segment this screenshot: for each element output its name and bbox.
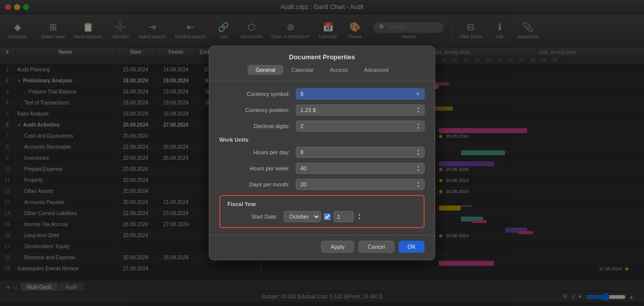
modal-overlay: Document Properties General Calendar Acc… (0, 0, 644, 306)
currency-symbol-control[interactable]: $ ▼ (296, 88, 425, 99)
modal-tab-advanced[interactable]: Advanced (356, 65, 396, 75)
days-per-month-value: 20 (300, 181, 306, 187)
hours-per-day-spinner[interactable]: ▲ ▼ (417, 148, 420, 156)
hours-per-week-spinner[interactable]: ▲ ▼ (417, 164, 420, 172)
work-units-section: Work Units (219, 137, 425, 143)
days-per-month-spinner[interactable]: ▲ ▼ (417, 180, 420, 188)
hours-per-day-row: Hours per day: 8 ▲ ▼ (219, 147, 425, 158)
fiscal-day-input[interactable] (334, 211, 354, 222)
fiscal-start-date-row: Start Date: October ▲ ▼ (227, 211, 417, 222)
fiscal-month-select[interactable]: October (284, 211, 321, 222)
currency-position-label: Currency position: (219, 107, 290, 113)
modal-title: Document Properties (209, 46, 435, 65)
hours-per-week-row: Hours per week: 40 ▲ ▼ (219, 163, 425, 174)
cancel-button[interactable]: Cancel (358, 241, 394, 253)
hours-per-week-value: 40 (300, 165, 306, 171)
currency-symbol-label: Currency symbol: (219, 91, 290, 97)
document-properties-modal: Document Properties General Calendar Acc… (209, 46, 435, 260)
decimal-digits-value: 2 (300, 123, 303, 129)
spinner-down[interactable]: ▼ (417, 110, 420, 114)
decimal-digits-label: Decimal digits: (219, 123, 290, 129)
hours-per-day-control[interactable]: 8 ▲ ▼ (296, 147, 425, 158)
spinner-up[interactable]: ▲ (417, 148, 420, 152)
spinner-up[interactable]: ▲ (417, 122, 420, 126)
modal-footer: Apply Cancel OK (209, 235, 435, 260)
spinner-down[interactable]: ▼ (417, 184, 420, 188)
spinner-up[interactable]: ▲ (417, 180, 420, 184)
fiscal-day-spinner[interactable]: ▲ ▼ (358, 213, 361, 220)
spinner-up[interactable]: ▲ (358, 213, 361, 217)
currency-symbol-value: $ (300, 91, 303, 97)
spinner-down[interactable]: ▼ (417, 152, 420, 156)
spinner-up[interactable]: ▲ (417, 164, 420, 168)
hours-per-day-value: 8 (300, 149, 303, 155)
fiscal-controls: October ▲ ▼ (284, 211, 361, 222)
hours-per-week-control[interactable]: 40 ▲ ▼ (296, 163, 425, 174)
spinner-down[interactable]: ▼ (417, 168, 420, 172)
currency-dropdown-arrow: ▼ (416, 91, 420, 96)
spinner-down[interactable]: ▼ (417, 126, 420, 130)
currency-position-control[interactable]: 1.23 $ ▲ ▼ (296, 105, 425, 116)
modal-body: Currency symbol: $ ▼ Currency position: … (209, 81, 435, 235)
currency-position-row: Currency position: 1.23 $ ▲ ▼ (219, 105, 425, 116)
modal-tabs: General Calendar Access Advanced (209, 65, 435, 81)
hours-per-week-label: Hours per week: (219, 165, 290, 171)
fiscal-start-date-label: Start Date: (227, 214, 278, 220)
decimal-digits-row: Decimal digits: 2 ▲ ▼ (219, 121, 425, 132)
decimal-digits-control[interactable]: 2 ▲ ▼ (296, 121, 425, 132)
currency-symbol-row: Currency symbol: $ ▼ (219, 88, 425, 99)
modal-tab-access[interactable]: Access (322, 65, 356, 75)
hours-per-day-label: Hours per day: (219, 149, 290, 155)
spinner-down[interactable]: ▼ (358, 217, 361, 221)
days-per-month-row: Days per month: 20 ▲ ▼ (219, 179, 425, 190)
fiscal-year-section: Fiscal Year Start Date: October ▲ ▼ (219, 195, 425, 228)
apply-button[interactable]: Apply (321, 241, 354, 253)
decimal-digits-spinner[interactable]: ▲ ▼ (417, 122, 420, 130)
spinner-up[interactable]: ▲ (417, 106, 420, 110)
days-per-month-control[interactable]: 20 ▲ ▼ (296, 179, 425, 190)
modal-tab-calendar[interactable]: Calendar (283, 65, 322, 75)
currency-position-spinner[interactable]: ▲ ▼ (417, 106, 420, 114)
days-per-month-label: Days per month: (219, 181, 290, 187)
fiscal-year-title: Fiscal Year (227, 201, 417, 207)
currency-position-value: 1.23 $ (300, 107, 316, 113)
ok-button[interactable]: OK (398, 241, 425, 253)
modal-tab-general[interactable]: General (248, 65, 283, 75)
fiscal-checkbox[interactable] (324, 214, 331, 220)
